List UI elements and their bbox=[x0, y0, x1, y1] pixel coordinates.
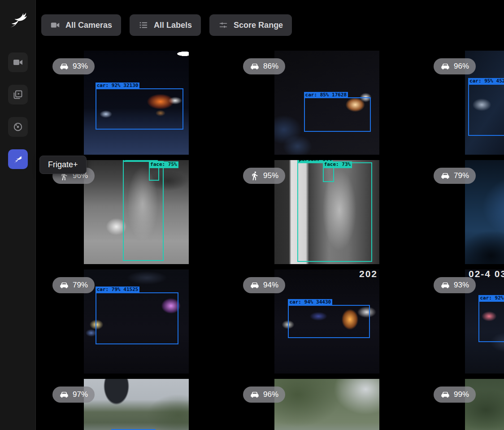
detection-tile[interactable]: 95%person: 94%face: 73% bbox=[232, 160, 422, 264]
detection-tile[interactable]: 86%car: 85% 17628 bbox=[232, 51, 422, 155]
detection-thumbnail[interactable]: car: 85% 17628 bbox=[274, 51, 379, 155]
list-icon bbox=[139, 20, 148, 30]
score-badge-value: 99% bbox=[454, 390, 469, 399]
person-icon bbox=[250, 171, 260, 181]
detection-tile[interactable]: 96%car: 95% 45260 bbox=[422, 51, 504, 155]
score-badge-value: 96% bbox=[263, 390, 278, 399]
sidebar-item-live[interactable] bbox=[8, 52, 28, 72]
detection-thumbnail[interactable]: car: 97% 40432 bbox=[84, 379, 189, 430]
score-badge-value: 93% bbox=[73, 62, 88, 71]
score-badge-value: 79% bbox=[73, 281, 88, 290]
camera-icon bbox=[50, 20, 60, 30]
score-badge: 95% bbox=[243, 168, 285, 184]
car-icon bbox=[440, 390, 450, 400]
score-badge: 93% bbox=[434, 277, 476, 293]
sidebar bbox=[0, 0, 36, 430]
frigate-plus-tooltip: Frigate+ bbox=[39, 156, 87, 174]
detection-tile[interactable]: 94%202car: 94% 34430 bbox=[232, 269, 422, 374]
frigate-logo-icon bbox=[6, 7, 30, 32]
car-icon bbox=[59, 61, 69, 71]
person-bounding-box: person: 94% bbox=[297, 162, 372, 262]
score-badge: 93% bbox=[52, 58, 95, 74]
camera-timestamp-fragment: 202 bbox=[359, 269, 378, 279]
car-icon bbox=[250, 390, 260, 400]
score-badge: 79% bbox=[434, 168, 476, 184]
detection-thumbnail[interactable]: person: 96%face: 75% bbox=[84, 160, 189, 264]
score-badge-value: 97% bbox=[73, 390, 88, 399]
face-box-label: face: 75% bbox=[149, 161, 178, 168]
detection-thumbnail[interactable]: car: 79% 41525 bbox=[84, 269, 189, 374]
sidebar-nav bbox=[0, 52, 36, 169]
detection-tile[interactable]: 99%car: 99% 25 bbox=[422, 379, 504, 430]
face-box-label: face: 73% bbox=[323, 161, 352, 168]
score-badge-value: 95% bbox=[263, 171, 278, 180]
car-box-label: car: 94% 34430 bbox=[288, 299, 332, 306]
filter-toolbar: All CamerasAll LabelsScore Range bbox=[36, 0, 504, 36]
car-box-label: car: 85% 17628 bbox=[304, 92, 348, 99]
car-icon bbox=[250, 61, 260, 71]
car-bounding-box: car: 92% 32130 bbox=[96, 88, 184, 130]
car-bounding-box: car: 85% 17628 bbox=[304, 97, 371, 132]
car-box-label: car: 79% 41525 bbox=[96, 287, 140, 293]
main-content: All CamerasAll LabelsScore Range 93%car:… bbox=[36, 0, 504, 430]
detection-tile[interactable]: 96%person: 96%face: 75% bbox=[41, 160, 232, 264]
car-icon bbox=[59, 390, 69, 400]
detection-thumbnail[interactable]: person: 94%face: 73% bbox=[274, 160, 379, 264]
detection-tile[interactable]: 93%car: 92% 32130 bbox=[41, 51, 232, 155]
review-icon bbox=[13, 89, 23, 100]
car-icon bbox=[250, 280, 260, 290]
camera-timestamp-fragment: 02-4 03 bbox=[469, 269, 504, 279]
car-box-label: car: 92% 32130 bbox=[96, 83, 140, 89]
face-bounding-box: face: 73% bbox=[323, 167, 335, 182]
sidebar-item-frigate-plus[interactable] bbox=[8, 149, 28, 169]
score-badge: 94% bbox=[243, 277, 285, 293]
sidebar-item-explore[interactable] bbox=[8, 117, 28, 137]
filter-button-label: All Cameras bbox=[65, 21, 112, 30]
score-badge: 99% bbox=[434, 387, 476, 403]
car-icon bbox=[59, 280, 69, 290]
explore-icon bbox=[13, 122, 23, 132]
detection-tile[interactable]: 93%02-4 03car: 92% 4218 bbox=[422, 269, 504, 374]
score-badge: 79% bbox=[52, 277, 95, 293]
sidebar-item-review[interactable] bbox=[8, 85, 28, 104]
sliders-icon bbox=[218, 20, 228, 30]
detection-tile[interactable]: 96%car: 96% 29493 bbox=[232, 379, 422, 430]
score-badge: 86% bbox=[243, 58, 285, 74]
score-badge: 96% bbox=[434, 58, 476, 74]
score-badge-value: 94% bbox=[263, 281, 278, 290]
detection-tile[interactable]: 79%car: 79% bbox=[422, 160, 504, 264]
labels-filter-button[interactable]: All Labels bbox=[130, 14, 201, 36]
detection-tile[interactable]: 79%car: 79% 41525 bbox=[41, 269, 232, 374]
score-badge-value: 93% bbox=[454, 281, 469, 290]
car-bounding-box: car: 94% 34430 bbox=[288, 305, 370, 338]
detection-thumbnail[interactable]: 202car: 94% 34430 bbox=[274, 269, 379, 374]
score-badge: 96% bbox=[243, 387, 285, 403]
detection-thumbnail[interactable]: car: 92% 32130 bbox=[84, 51, 189, 155]
cameras-filter-button[interactable]: All Cameras bbox=[41, 14, 121, 36]
camera-icon bbox=[13, 57, 23, 68]
score-badge-value: 96% bbox=[454, 62, 469, 71]
filter-button-label: All Labels bbox=[154, 21, 192, 30]
car-box-label: car: 92% 4218 bbox=[478, 295, 504, 302]
score-badge-value: 86% bbox=[263, 62, 278, 71]
car-icon bbox=[440, 280, 450, 290]
car-icon bbox=[440, 171, 450, 181]
detection-thumbnail[interactable]: car: 96% 29493 bbox=[274, 379, 379, 430]
car-box-label: car: 95% 45260 bbox=[468, 78, 504, 85]
car-icon bbox=[440, 61, 450, 71]
face-bounding-box: face: 75% bbox=[149, 167, 159, 181]
car-bounding-box: car: 95% 45260 bbox=[468, 84, 504, 136]
frigate-app: Frigate+ All CamerasAll LabelsScore Rang… bbox=[0, 0, 504, 430]
car-bounding-box: car: 92% 4218 bbox=[478, 301, 504, 343]
score-badge: 97% bbox=[52, 387, 95, 403]
car-bounding-box: car: 79% 41525 bbox=[96, 292, 178, 344]
detection-tile[interactable]: 97%car: 97% 40432 bbox=[41, 379, 232, 430]
detection-thumbnail[interactable]: car: 99% 25 bbox=[465, 379, 504, 430]
detections-grid: 93%car: 92% 3213086%car: 85% 1762896%car… bbox=[41, 51, 504, 430]
score-badge-value: 79% bbox=[454, 171, 469, 180]
frigate-bird-icon bbox=[13, 154, 23, 165]
score-filter-button[interactable]: Score Range bbox=[209, 14, 292, 36]
filter-button-label: Score Range bbox=[234, 21, 283, 30]
